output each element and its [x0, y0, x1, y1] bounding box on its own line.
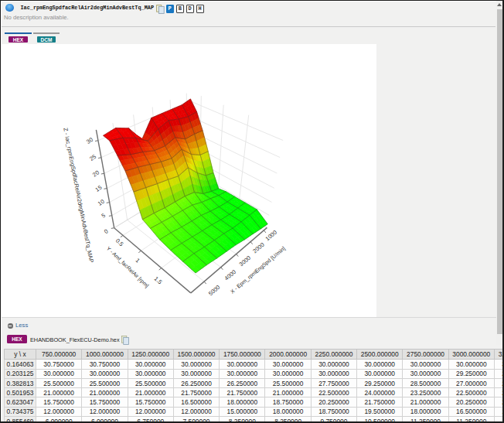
- svg-text:2000: 2000: [251, 241, 265, 254]
- svg-text:5: 5: [100, 212, 107, 220]
- svg-text:10: 10: [97, 198, 106, 207]
- svg-text:0: 0: [103, 227, 110, 235]
- svg-text:3000: 3000: [238, 254, 252, 268]
- svg-text:1: 1: [135, 257, 141, 264]
- svg-text:20: 20: [91, 169, 100, 179]
- svg-text:15: 15: [94, 184, 104, 193]
- svg-text:5000: 5000: [207, 284, 221, 297]
- svg-text:30: 30: [85, 136, 94, 145]
- svg-text:25: 25: [88, 153, 97, 162]
- svg-text:4000: 4000: [223, 268, 237, 281]
- svg-text:0.5: 0.5: [114, 237, 125, 248]
- svg-text:1.5: 1.5: [153, 275, 164, 286]
- svg-text:Z - Iac_rpmEngSpdfacRelAir2deg: Z - Iac_rpmEngSpdfacRelAir2degMinAdvBest…: [62, 128, 95, 264]
- svg-text:1000: 1000: [264, 229, 278, 242]
